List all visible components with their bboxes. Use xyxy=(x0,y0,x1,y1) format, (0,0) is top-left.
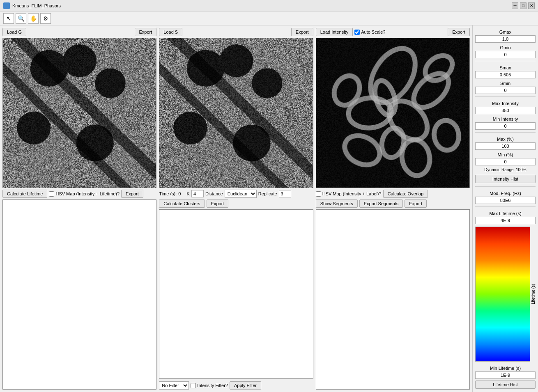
export-clusters-button[interactable]: Export xyxy=(207,199,229,208)
sep-4 xyxy=(475,186,536,187)
intensity-filter-checkbox[interactable] xyxy=(191,383,196,388)
max-intensity-input[interactable] xyxy=(475,107,536,114)
gmax-input[interactable] xyxy=(475,35,536,43)
hsv-map-2-checkbox[interactable] xyxy=(316,191,321,197)
s-image-canvas xyxy=(159,38,313,188)
smax-label: Smax xyxy=(475,65,536,70)
app-icon xyxy=(3,2,10,9)
k-label: K xyxy=(187,191,190,196)
smin-input[interactable] xyxy=(475,87,536,94)
sep-3 xyxy=(475,132,536,133)
max-pct-input[interactable] xyxy=(475,142,536,150)
distance-label: Distance xyxy=(205,191,223,196)
min-pct-label: Min (%) xyxy=(475,152,536,157)
filter-select[interactable]: No Filter Gaussian Median Mean xyxy=(159,381,189,390)
apply-filter-button[interactable]: Apply Filter xyxy=(230,381,261,390)
min-lifetime-input[interactable] xyxy=(475,371,536,379)
sep-5 xyxy=(475,206,536,207)
calculate-overlap-button[interactable]: Calculate Overlap xyxy=(383,190,428,198)
max-pct-label: Max (%) xyxy=(475,137,536,142)
max-lifetime-input[interactable] xyxy=(475,217,536,224)
max-intensity-label: Max Intensity xyxy=(475,101,536,106)
settings-tool[interactable]: ⚙ xyxy=(40,13,51,24)
export-segments-panel-button[interactable]: Export xyxy=(405,199,427,208)
gmax-label: Gmax xyxy=(475,30,536,34)
segments-panel: HSV Map (Intensity + Label)? Calculate O… xyxy=(316,190,470,390)
k-input[interactable] xyxy=(191,190,204,197)
time-value: 0 xyxy=(178,191,181,196)
mod-freq-input[interactable] xyxy=(475,197,536,204)
clusters-header: Time (s): 0 K Distance Euclidean Manhatt… xyxy=(159,190,313,208)
right-sidebar: Gmax Gmin Smax Smin Max Intensity Min In… xyxy=(472,25,538,392)
replicate-input[interactable] xyxy=(279,190,291,197)
segments-header: HSV Map (Intensity + Label)? Calculate O… xyxy=(316,190,470,208)
g-panel-header: Load G Export xyxy=(2,28,156,36)
lifetime-hist-button[interactable]: Lifetime Hist xyxy=(475,381,536,389)
load-s-button[interactable]: Load S xyxy=(159,28,182,36)
clusters-canvas xyxy=(159,209,313,379)
hsv-map-1-checkbox[interactable] xyxy=(49,191,54,197)
auto-scale-label: Auto Scale? xyxy=(354,30,385,35)
export-g-button[interactable]: Export xyxy=(135,28,157,36)
bottom-row: Calculate Lifetime HSV Map (Intensity + … xyxy=(2,190,470,390)
load-intensity-button[interactable]: Load Intensity xyxy=(316,28,353,36)
left-panel: Load G Export Load S Export xyxy=(0,25,472,392)
s-panel: Load S Export xyxy=(159,28,313,188)
lifetime-axis-label: Lifetime (s) xyxy=(531,227,536,362)
replicate-label: Replicate xyxy=(258,191,277,196)
zoom-in-tool[interactable]: 🔍 xyxy=(16,13,26,24)
lifetime-panel: Calculate Lifetime HSV Map (Intensity + … xyxy=(2,190,156,390)
intensity-image-canvas xyxy=(316,38,470,188)
min-lifetime-label: Min Lifetime (s) xyxy=(475,366,536,371)
window-title: Kmeans_FLIM_Phasors xyxy=(12,3,61,8)
lifetime-header: Calculate Lifetime HSV Map (Intensity + … xyxy=(2,190,156,198)
sep-2 xyxy=(475,96,536,97)
hsv-map-1-label: HSV Map (Intensity + Lifetime)? xyxy=(49,191,120,197)
smax-input[interactable] xyxy=(475,71,536,78)
g-panel: Load G Export xyxy=(2,28,156,188)
min-pct-input[interactable] xyxy=(475,158,536,165)
min-intensity-input[interactable] xyxy=(475,122,536,130)
toolbar: ↖ 🔍 ✋ ⚙ xyxy=(0,11,538,25)
clusters-panel: Time (s): 0 K Distance Euclidean Manhatt… xyxy=(159,190,313,390)
images-row: Load G Export Load S Export xyxy=(2,28,470,188)
cursor-tool[interactable]: ↖ xyxy=(3,13,14,24)
auto-scale-checkbox[interactable] xyxy=(354,30,360,35)
calculate-clusters-button[interactable]: Calculate Clusters xyxy=(159,199,205,208)
lifetime-color-bar xyxy=(475,227,530,362)
intensity-hist-button[interactable]: Intensity Hist xyxy=(475,175,536,183)
mod-freq-label: Mod. Freq. (Hz) xyxy=(475,191,536,196)
color-bar-container: Lifetime (s) xyxy=(475,227,536,362)
lifetime-canvas xyxy=(2,199,156,390)
close-button[interactable]: ✕ xyxy=(528,2,535,9)
minimize-button[interactable]: ─ xyxy=(512,2,518,9)
distance-select[interactable]: Euclidean Manhattan Cosine xyxy=(225,190,257,198)
intensity-panel: Load Intensity Auto Scale? Export xyxy=(316,28,470,188)
load-g-button[interactable]: Load G xyxy=(2,28,26,36)
time-label: Time (s): xyxy=(159,191,177,196)
export-segments-button[interactable]: Export Segments xyxy=(359,199,403,208)
g-image-canvas xyxy=(2,38,156,188)
pan-tool[interactable]: ✋ xyxy=(28,13,39,24)
hsv-map-2-label: HSV Map (Intensity + Label)? xyxy=(316,191,382,197)
main-content: Load G Export Load S Export xyxy=(0,25,538,392)
intensity-filter-label: Intensity Filter? xyxy=(191,383,228,388)
gmin-input[interactable] xyxy=(475,51,536,58)
maximize-button[interactable]: □ xyxy=(520,2,527,9)
show-segments-button[interactable]: Show Segments xyxy=(316,199,358,208)
calculate-lifetime-button[interactable]: Calculate Lifetime xyxy=(2,190,47,198)
export-lifetime-button[interactable]: Export xyxy=(121,190,143,198)
min-intensity-label: Min Intensity xyxy=(475,117,536,121)
smin-label: Smin xyxy=(475,81,536,86)
export-intensity-button[interactable]: Export xyxy=(448,28,470,36)
export-s-button[interactable]: Export xyxy=(291,28,313,36)
dynamic-range: Dynamic Range: 100% xyxy=(475,167,536,172)
max-lifetime-label: Max Lifetime (s) xyxy=(475,211,536,216)
sep-1 xyxy=(475,61,536,61)
filter-row: No Filter Gaussian Median Mean Intensity… xyxy=(159,381,313,390)
gmin-label: Gmin xyxy=(475,45,536,50)
title-bar: Kmeans_FLIM_Phasors ─ □ ✕ xyxy=(0,0,538,11)
intensity-panel-header: Load Intensity Auto Scale? Export xyxy=(316,28,470,36)
s-panel-header: Load S Export xyxy=(159,28,313,36)
segments-canvas xyxy=(316,209,470,390)
